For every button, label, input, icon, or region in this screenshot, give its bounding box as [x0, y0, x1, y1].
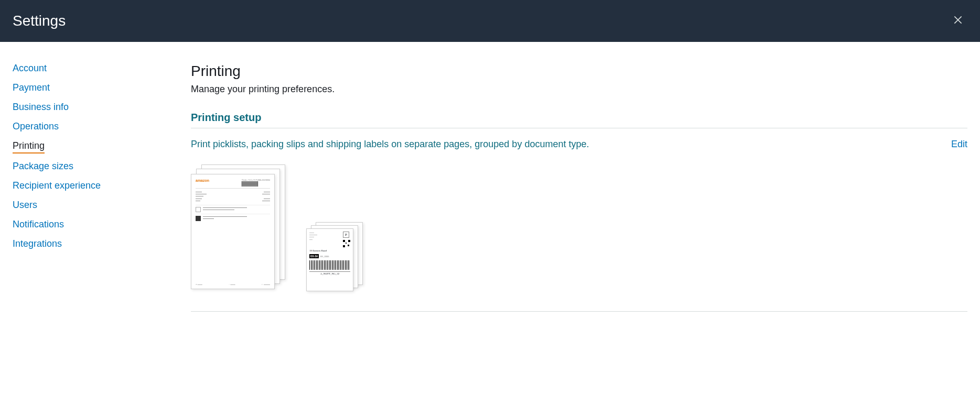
- sort-code-box: D3-3A: [309, 254, 319, 258]
- star-icon: ☆ ▬▬▬: [229, 283, 235, 286]
- section-divider: [191, 128, 967, 128]
- sidebar-item-package-sizes[interactable]: Package sizes: [13, 161, 73, 173]
- settings-header: Settings: [0, 0, 980, 42]
- sidebar-item-payment[interactable]: Payment: [13, 82, 50, 94]
- edit-button[interactable]: Edit: [951, 139, 967, 150]
- main-content: Printing Manage your printing preference…: [191, 63, 967, 312]
- print-preview: amazon Order #111-7175366-6519884 ▬▬▬▬▬▬…: [191, 164, 967, 295]
- bottom-divider: [191, 311, 967, 312]
- slip-footer: ♻ ▬▬▬ ☆ ▬▬▬ ☏ ▬▬▬▬: [196, 283, 270, 286]
- main-heading: Printing: [191, 63, 967, 80]
- section-title: Printing setup: [191, 112, 967, 124]
- line-item-1: ▬▬▬▬▬▬▬▬▬▬▬▬▬▬▬▬▬▬▬▬▬▬▬▬▬▬▬▬▬▬▬▬▬▬▬▬▬▬▬▬…: [196, 205, 270, 212]
- sidebar-item-printing[interactable]: Printing: [13, 140, 45, 153]
- close-icon: [953, 15, 963, 25]
- sidebar-item-operations[interactable]: Operations: [13, 121, 59, 133]
- item-desc: ▬▬▬▬▬▬▬▬▬▬▬▬▬▬▬▬▬▬▬▬▬▬▬▬▬▬▬▬▬▬▬▬▬▬▬▬▬▬▬▬…: [203, 207, 247, 212]
- settings-container: Account Payment Business info Operations…: [0, 42, 980, 333]
- priority-marker: P: [343, 232, 349, 238]
- recycle-icon: ♻ ▬▬▬: [196, 283, 202, 286]
- item-thumb-icon: [196, 216, 201, 221]
- sidebar-item-notifications[interactable]: Notifications: [13, 219, 64, 231]
- sidebar-item-integrations[interactable]: Integrations: [13, 238, 62, 250]
- sidebar-item-users[interactable]: Users: [13, 200, 37, 212]
- packing-slip-sheet-front: amazon Order #111-7175366-6519884 ▬▬▬▬▬▬…: [191, 174, 275, 289]
- amazon-logo-icon: amazon: [196, 179, 209, 186]
- item-thumb-icon: [196, 207, 201, 212]
- label-address: 19 Eastern Road: [309, 249, 350, 252]
- sidebar-item-business-info[interactable]: Business info: [13, 102, 69, 114]
- label-sheet-front: ▬▬▬▬▬▬▬▬▬▬▬▬▬ P 19 Eastern Road D3-3A SG…: [306, 228, 353, 291]
- label-barcode-icon: [309, 260, 350, 270]
- page-title: Settings: [13, 13, 66, 29]
- sidebar-nav: Account Payment Business info Operations…: [13, 63, 191, 312]
- printing-setup-description: Print picklists, packing slips and shipp…: [191, 139, 589, 150]
- sidebar-item-recipient-experience[interactable]: Recipient experience: [13, 180, 101, 192]
- main-subtitle: Manage your printing preferences.: [191, 84, 967, 95]
- phone-icon: ☏ ▬▬▬▬: [261, 283, 270, 286]
- order-number: Order #111-7175366-6519884: [242, 179, 270, 181]
- barcode-icon: [242, 181, 259, 186]
- ship-from-block: ▬▬▬▬▬▬▬▬▬▬▬▬▬▬▬▬▬▬: [262, 191, 270, 202]
- sort-code-suffix: SG_0006: [320, 255, 329, 258]
- item-desc: ▬▬▬▬▬▬▬▬▬▬▬▬▬▬▬▬▬▬▬▬▬▬▬▬▬▬▬▬▬▬▬▬▬▬▬: [203, 216, 247, 221]
- packing-slip-preview: amazon Order #111-7175366-6519884 ▬▬▬▬▬▬…: [191, 164, 285, 295]
- qr-code-icon: [343, 240, 350, 247]
- line-item-2: ▬▬▬▬▬▬▬▬▬▬▬▬▬▬▬▬▬▬▬▬▬▬▬▬▬▬▬▬▬▬▬▬▬▬▬: [196, 214, 270, 221]
- shipping-label-preview: ▬▬▬▬▬▬▬▬▬▬▬▬▬ P 19 Eastern Road D3-3A SG…: [306, 222, 364, 295]
- sidebar-list: Account Payment Business info Operations…: [13, 63, 191, 250]
- close-button[interactable]: [949, 9, 967, 32]
- sidebar-item-account[interactable]: Account: [13, 63, 47, 75]
- label-sender-block: ▬▬▬▬▬▬▬▬▬▬▬▬▬: [309, 232, 317, 247]
- label-bottom-text: A_NOTT_NG_32: [309, 271, 350, 275]
- label-code-row: D3-3A SG_0006: [309, 254, 350, 258]
- ship-to-block: ▬▬▬▬▬▬▬▬▬▬▬▬▬▬▬▬▬▬▬▬▬▬▬: [196, 191, 207, 202]
- printing-setup-row: Print picklists, packing slips and shipp…: [191, 139, 967, 150]
